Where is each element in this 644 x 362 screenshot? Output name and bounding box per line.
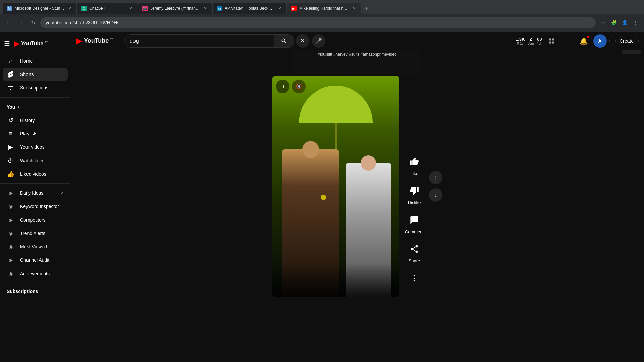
sidebar-item-most-viewed[interactable]: ◉ Most Viewed bbox=[3, 240, 68, 253]
like-icon bbox=[406, 154, 422, 170]
yt-logo-at: AT bbox=[45, 41, 48, 44]
yt-logo[interactable]: ▶ YouTube AT bbox=[76, 36, 113, 46]
sidebar-item-competitors[interactable]: ◉ Competitors bbox=[3, 213, 68, 227]
svg-rect-0 bbox=[549, 38, 551, 40]
stat-1k: 1.3K 0 1y bbox=[516, 37, 525, 45]
stat-2: 2 60m bbox=[527, 37, 534, 45]
tab-3-title: Jeremy Lefebvre (@financialec... bbox=[150, 6, 200, 11]
clear-search-button[interactable]: ✕ bbox=[296, 34, 309, 48]
header-right: 1.3K 0 1y 2 60m 60 48h bbox=[516, 34, 639, 48]
sidebar-item-label-home: Home bbox=[20, 58, 33, 64]
stat-60-sub: 48h bbox=[537, 42, 542, 45]
sidebar-divider-2 bbox=[0, 183, 70, 184]
create-button[interactable]: + Create bbox=[609, 36, 639, 46]
sidebar-item-watch-later[interactable]: ⏱ Watch later bbox=[3, 154, 68, 167]
search-button[interactable] bbox=[274, 34, 294, 48]
back-button[interactable]: ← bbox=[4, 18, 13, 27]
tab-3-close[interactable]: ✕ bbox=[203, 6, 208, 11]
sidebar-item-label-playlists: Playlists bbox=[20, 131, 37, 136]
comment-label: Comment bbox=[405, 229, 424, 234]
mute-button[interactable]: 🔇 bbox=[292, 80, 306, 93]
sidebar-item-label-most-viewed: Most Viewed bbox=[20, 244, 47, 249]
sidebar-item-label-liked-videos: Liked videos bbox=[20, 171, 46, 177]
menu-icon[interactable]: ⋮ bbox=[631, 18, 640, 27]
tab-2-favicon: C bbox=[81, 6, 87, 11]
sidebar-item-daily-ideas[interactable]: ◉ Daily Ideas ↗ bbox=[3, 186, 68, 200]
sidebar-item-trend-alerts[interactable]: ◉ Trend Alerts bbox=[3, 227, 68, 240]
extensions-icon[interactable]: 🧩 bbox=[609, 18, 619, 27]
like-button[interactable]: Like bbox=[406, 154, 422, 176]
reload-button[interactable]: ↻ bbox=[28, 18, 38, 27]
comment-button[interactable]: Comment bbox=[405, 212, 424, 234]
tab-1[interactable]: M Microsoft Designer - Stunning... ✕ bbox=[3, 3, 76, 14]
video-controls: ⏸ 🔇 bbox=[276, 80, 306, 93]
sidebar: ☰ ▶ YouTube AT ⌂ Home Shorts bbox=[0, 32, 70, 362]
video-content-area: #louislitt #harvey #suits #amazonprimevi… bbox=[70, 32, 644, 343]
sidebar-item-liked-videos[interactable]: 👍 Liked videos bbox=[3, 167, 68, 181]
pause-button[interactable]: ⏸ bbox=[276, 80, 289, 93]
stat-60: 60 48h bbox=[537, 37, 542, 45]
yt-header: ▶ YouTube AT ✕ 🎤 1.3K bbox=[70, 32, 644, 50]
tab-4[interactable]: in Aktivitäten | Tobias Becker | Lin... … bbox=[213, 3, 286, 14]
profile-icon[interactable]: 👤 bbox=[620, 18, 629, 27]
shorts-video[interactable]: ⏸ 🔇 bbox=[272, 76, 399, 297]
svg-rect-2 bbox=[549, 41, 551, 43]
main-area: ▶ YouTube AT ✕ 🎤 1.3K bbox=[70, 32, 644, 362]
tab-3[interactable]: 📷 Jeremy Lefebvre (@financialec... ✕ bbox=[138, 3, 212, 14]
vidiq-icon-btn[interactable] bbox=[545, 34, 558, 48]
more-icon: ⋮ bbox=[406, 270, 422, 286]
share-label: Share bbox=[409, 258, 420, 263]
bookmark-icon[interactable]: ☆ bbox=[598, 18, 608, 27]
main-video-container: ⏸ 🔇 bbox=[272, 76, 442, 297]
menu-toggle-icon[interactable]: ☰ bbox=[4, 40, 10, 48]
nav-arrows: ↑ ↓ bbox=[429, 171, 442, 202]
search-input[interactable] bbox=[124, 34, 274, 48]
subscriptions-icon bbox=[7, 84, 15, 92]
shorts-stack: #louislitt #harvey #suits #amazonprimevi… bbox=[272, 34, 442, 297]
forward-button[interactable]: → bbox=[16, 18, 25, 27]
sidebar-item-shorts[interactable]: Shorts bbox=[3, 68, 68, 81]
tab-5[interactable]: ▶ Mike telling Harold that he... ✕ bbox=[287, 3, 361, 14]
you-section-header[interactable]: You › bbox=[0, 100, 70, 114]
sidebar-item-keyword-inspector[interactable]: ◉ Keyword Inspector bbox=[3, 200, 68, 213]
tab-2[interactable]: C ChatGPT ✕ bbox=[77, 3, 138, 14]
sidebar-item-your-videos[interactable]: ▶ Your videos bbox=[3, 140, 68, 154]
next-video-arrow[interactable]: ↓ bbox=[429, 188, 442, 202]
user-avatar: A bbox=[595, 36, 605, 46]
user-profile-button[interactable]: A bbox=[593, 34, 607, 48]
dislike-button[interactable]: Dislike bbox=[406, 183, 422, 205]
sidebar-item-home[interactable]: ⌂ Home bbox=[3, 54, 68, 68]
sidebar-item-label-shorts: Shorts bbox=[20, 72, 34, 77]
tab-1-title: Microsoft Designer - Stunning... bbox=[15, 6, 64, 11]
create-plus-icon: + bbox=[614, 38, 618, 44]
tab-1-close[interactable]: ✕ bbox=[67, 6, 72, 11]
sidebar-item-subscriptions[interactable]: Subscriptions bbox=[3, 81, 68, 95]
you-arrow-icon: › bbox=[18, 105, 19, 109]
more-button[interactable]: ⋮ bbox=[406, 270, 422, 286]
new-tab-button[interactable]: + bbox=[362, 4, 371, 13]
sidebar-divider-1 bbox=[0, 97, 70, 98]
sidebar-item-history[interactable]: ↺ History bbox=[3, 114, 68, 127]
yt-sidebar-logo[interactable]: ▶ YouTube AT bbox=[14, 39, 48, 48]
apps-icon-btn[interactable]: ⋮ bbox=[561, 34, 575, 48]
sidebar-item-label-daily-ideas: Daily Ideas bbox=[20, 190, 43, 196]
share-button[interactable]: Share bbox=[406, 241, 422, 263]
address-input[interactable] bbox=[40, 17, 596, 28]
sidebar-item-playlists[interactable]: ≡ Playlists bbox=[3, 127, 68, 140]
prev-video-hashtags: #louislitt #harvey #suits #amazonprimevi… bbox=[315, 49, 399, 59]
sidebar-item-label-history: History bbox=[20, 118, 35, 123]
voice-search-button[interactable]: 🎤 bbox=[312, 34, 325, 48]
figure-right-head bbox=[361, 155, 376, 171]
youtube-app: ☰ ▶ YouTube AT ⌂ Home Shorts bbox=[0, 32, 644, 362]
sidebar-item-achievements[interactable]: ◉ Achievements bbox=[3, 267, 68, 280]
sidebar-item-channel-audit[interactable]: ◉ Channel Audit bbox=[3, 253, 68, 267]
tab-2-close[interactable]: ✕ bbox=[128, 6, 133, 11]
liked-videos-icon: 👍 bbox=[7, 170, 15, 178]
tab-5-favicon: ▶ bbox=[291, 6, 297, 11]
yt-header-logo-at: AT bbox=[110, 37, 113, 40]
tab-4-close[interactable]: ✕ bbox=[277, 6, 282, 11]
prev-video-arrow[interactable]: ↑ bbox=[429, 171, 442, 184]
sidebar-item-label-keyword-inspector: Keyword Inspector bbox=[20, 204, 59, 209]
tab-5-close[interactable]: ✕ bbox=[352, 6, 357, 11]
dislike-label: Dislike bbox=[408, 200, 421, 205]
